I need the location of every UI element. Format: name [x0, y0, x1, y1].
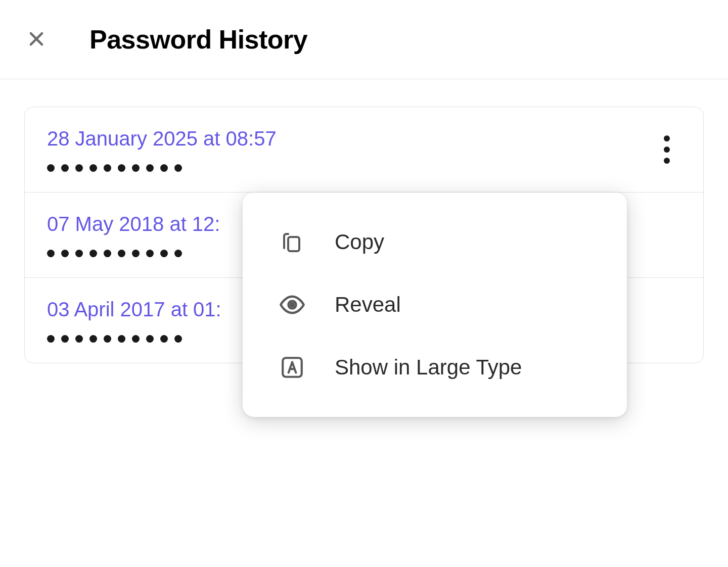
history-item-info: 03 April 2017 at 01:	[47, 298, 221, 343]
password-masked	[47, 164, 277, 172]
large-type-icon	[279, 354, 305, 381]
context-menu: Copy Reveal Show in Large Type	[243, 193, 627, 417]
history-date: 03 April 2017 at 01:	[47, 298, 221, 321]
password-history-modal: Password History 28 January 2025 at 08:5…	[0, 0, 728, 567]
menu-label: Reveal	[335, 293, 401, 317]
more-vertical-icon	[664, 135, 670, 164]
eye-icon	[279, 292, 305, 318]
menu-item-large-type[interactable]: Show in Large Type	[243, 336, 627, 399]
copy-icon	[279, 229, 305, 255]
history-item-info: 28 January 2025 at 08:57	[47, 127, 277, 172]
history-item[interactable]: 28 January 2025 at 08:57	[25, 107, 703, 193]
svg-point-4	[291, 303, 294, 307]
password-masked	[47, 250, 220, 257]
close-button[interactable]	[22, 26, 50, 54]
svg-rect-5	[283, 358, 302, 377]
page-title: Password History	[89, 24, 307, 55]
menu-label: Show in Large Type	[335, 355, 522, 380]
history-date: 07 May 2018 at 12:	[47, 213, 220, 235]
modal-header: Password History	[0, 0, 728, 79]
menu-item-copy[interactable]: Copy	[243, 211, 627, 273]
menu-item-reveal[interactable]: Reveal	[243, 273, 627, 336]
svg-rect-2	[288, 237, 299, 251]
more-options-button[interactable]	[653, 135, 681, 164]
close-icon	[27, 29, 46, 50]
menu-label: Copy	[335, 230, 384, 254]
history-item-info: 07 May 2018 at 12:	[47, 213, 220, 257]
history-date: 28 January 2025 at 08:57	[47, 127, 277, 150]
password-masked	[47, 335, 221, 343]
